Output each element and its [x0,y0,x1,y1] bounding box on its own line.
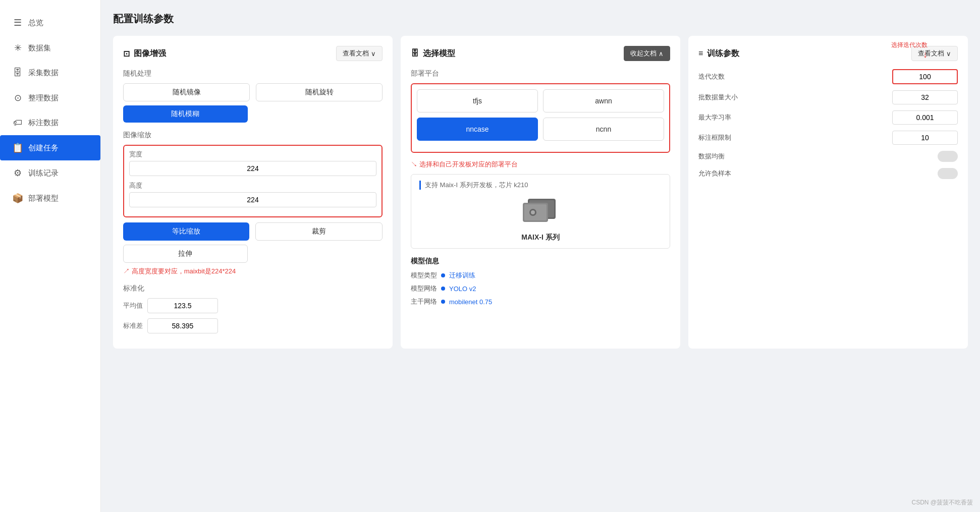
backbone-label: 主干网络 [411,297,437,306]
iterations-annotation: 选择迭代次数 ↓ [891,41,928,60]
learning-rate-label: 最大学习率 [698,113,892,122]
create-icon: 📋 [12,142,23,153]
svg-point-7 [531,210,535,214]
platform-grid: tfjs awnn nncase ncnn [417,89,664,141]
mean-input[interactable] [147,298,218,313]
learning-rate-row: 最大学习率 [698,110,958,125]
platform-nncase-button[interactable]: nncase [417,118,538,141]
model-tag: 支持 Maix-I 系列开发板，芯片 k210 [419,181,662,190]
platform-tfjs-button[interactable]: tfjs [417,89,538,112]
data-balance-row: 数据均衡 [698,151,958,162]
random-rotate-button[interactable]: 随机旋转 [256,83,383,101]
sidebar-item-training[interactable]: ⚙ 训练记录 [0,160,100,186]
sidebar-item-datasets[interactable]: ✳ 数据集 [0,35,100,61]
size-annotation: ↗ 高度宽度要对应，maixbit是224*224 [123,267,383,276]
select-model-panel: 🗄 选择模型 收起文档 ∧ 部署平台 tfjs awnn [401,36,680,349]
data-balance-toggle[interactable] [938,151,958,162]
datasets-icon: ✳ [12,42,23,53]
organize-icon: ⊙ [12,92,23,103]
model-type-label: 模型类型 [411,271,437,280]
sidebar-item-organize[interactable]: ⊙ 整理数据 [0,85,100,110]
image-augment-view-doc-button[interactable]: 查看文档 ∨ [336,46,383,61]
data-balance-label: 数据均衡 [698,152,938,161]
allow-negative-toggle[interactable] [938,168,958,179]
training-icon: ⚙ [12,167,23,179]
content-grid: ⊡ 图像增强 查看文档 ∨ 随机处理 随机镜像 随机旋转 随机模糊 图像缩放 宽… [113,36,968,349]
height-input[interactable] [129,192,376,207]
batch-size-label: 批数据量大小 [698,93,892,102]
random-section-label: 随机处理 [123,69,383,78]
sidebar-item-collect[interactable]: 🗄 采集数据 [0,61,100,85]
platform-ncnn-button[interactable]: ncnn [543,118,664,141]
platform-annotation: ↘ 选择和自己开发板对应的部署平台 [411,160,670,169]
iterations-input[interactable] [892,69,958,84]
scale-buttons-row: 等比缩放 裁剪 [123,222,383,241]
size-input-box: 宽度 高度 [123,145,383,217]
random-blur-row: 随机模糊 [123,105,383,123]
collapse-doc-button[interactable]: 收起文档 ∧ [624,46,670,61]
bbox-limit-input[interactable] [892,131,958,145]
sidebar-item-overview[interactable]: ☰ 总览 [0,10,100,35]
backbone-dot [441,300,445,304]
platform-awnn-button[interactable]: awnn [543,89,664,112]
image-augment-header: ⊡ 图像增强 查看文档 ∨ [123,46,383,61]
stretch-button-row: 拉伸 [123,245,383,263]
image-augment-title: ⊡ 图像增强 [123,48,166,59]
training-params-icon: ≡ [698,49,703,58]
model-card: 支持 Maix-I 系列开发板，芯片 k210 [411,174,670,249]
model-type-dot [441,273,445,277]
std-input[interactable] [147,318,218,333]
model-network-value[interactable]: YOLO v2 [449,285,476,293]
model-type-row: 模型类型 迁移训练 [411,271,670,280]
annotate-icon: 🏷 [12,118,23,128]
batch-size-input[interactable] [892,90,958,104]
model-name: MAIX-I 系列 [419,233,662,242]
backbone-value[interactable]: mobilenet 0.75 [449,298,492,306]
training-params-title: ≡ 训练参数 [698,48,739,59]
iterations-label: 迭代次数 [698,72,892,81]
training-params-header-area: 选择迭代次数 ↓ ≡ 训练参数 查看文档 ∨ [698,46,958,61]
iterations-row: 迭代次数 [698,69,958,84]
overview-icon: ☰ [12,17,23,28]
main-content: 配置训练参数 ⊡ 图像增强 查看文档 ∨ 随机处理 随机镜像 随机旋转 随机模糊 [101,0,980,512]
sidebar-item-deploy[interactable]: 📦 部署模型 [0,186,100,211]
model-card-content: 支持 Maix-I 系列开发板，芯片 k210 [419,181,662,242]
sidebar-item-annotate[interactable]: 🏷 标注数据 [0,110,100,135]
model-info-title: 模型信息 [411,257,670,266]
proportional-scale-button[interactable]: 等比缩放 [123,222,249,241]
image-augment-panel: ⊡ 图像增强 查看文档 ∨ 随机处理 随机镜像 随机旋转 随机模糊 图像缩放 宽… [113,36,393,349]
allow-negative-row: 允许负样本 [698,168,958,179]
bbox-limit-row: 标注框限制 [698,131,958,145]
select-model-title: 🗄 选择模型 [411,48,455,59]
width-input[interactable] [129,161,376,176]
std-row: 标准差 [123,318,383,333]
scale-section-label: 图像缩放 [123,131,383,140]
deploy-icon: 📦 [12,193,23,204]
backbone-row: 主干网络 mobilenet 0.75 [411,297,670,306]
height-label: 高度 [129,181,376,190]
sidebar-item-create[interactable]: 📋 创建任务 [0,135,100,160]
crop-button[interactable]: 裁剪 [255,222,383,241]
mean-label: 平均值 [123,301,143,310]
model-network-label: 模型网络 [411,284,437,293]
batch-size-row: 批数据量大小 [698,90,958,104]
random-blur-button[interactable]: 随机模糊 [123,105,248,123]
maix-device-svg [513,194,568,229]
training-params-panel: 选择迭代次数 ↓ ≡ 训练参数 查看文档 ∨ 迭代次数 [688,36,968,349]
random-mirror-button[interactable]: 随机镜像 [123,83,250,101]
bbox-limit-label: 标注框限制 [698,133,892,142]
width-input-group: 宽度 [129,150,376,176]
width-label: 宽度 [129,150,376,159]
select-model-icon: 🗄 [411,49,419,58]
model-type-value[interactable]: 迁移训练 [449,271,475,280]
learning-rate-input[interactable] [892,110,958,125]
std-label: 标准差 [123,321,143,330]
random-buttons-row: 随机镜像 随机旋转 [123,83,383,101]
model-info-section: 模型信息 模型类型 迁移训练 模型网络 YOLO v2 主干网络 mobilen… [411,257,670,306]
platform-selection-box: tfjs awnn nncase ncnn [411,83,670,153]
image-augment-icon: ⊡ [123,49,130,59]
sidebar: ☰ 总览 ✳ 数据集 🗄 采集数据 ⊙ 整理数据 🏷 标注数据 📋 创建任务 ⚙… [0,0,101,512]
normalize-section-label: 标准化 [123,284,383,293]
platform-section-label: 部署平台 [411,69,670,78]
stretch-button[interactable]: 拉伸 [123,245,248,263]
